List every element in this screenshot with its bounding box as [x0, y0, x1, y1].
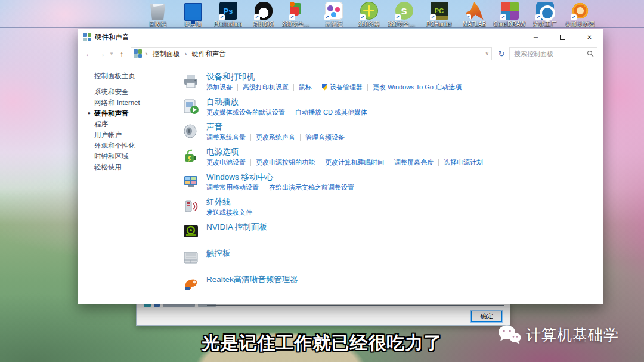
- ok-button[interactable]: 确定: [471, 311, 502, 322]
- desktop-icon-label: 腾讯QQ: [253, 21, 274, 27]
- refresh-icon[interactable]: ↻: [496, 49, 507, 58]
- task-link[interactable]: 调整屏幕亮度: [394, 158, 434, 166]
- sidebar-item[interactable]: 轻松使用: [94, 162, 181, 172]
- section-title-link[interactable]: NVIDIA 控制面板: [206, 222, 267, 232]
- link-divider: [290, 109, 290, 116]
- section-title-link[interactable]: 红外线: [206, 197, 252, 207]
- task-link[interactable]: 发送或接收文件: [206, 208, 252, 216]
- task-links: 更改电池设置更改电源按钮的功能更改计算机睡眠时间调整屏幕亮度选择电源计划: [206, 158, 483, 166]
- task-link[interactable]: 更改媒体或设备的默认设置: [206, 108, 285, 116]
- task-link[interactable]: 调整常用移动设置: [206, 183, 259, 191]
- address-bar[interactable]: ›控制面板›硬件和声音 ∨: [131, 47, 492, 60]
- 360-safe-icon: ↗: [290, 2, 308, 20]
- format-factory-icon: ↗: [536, 2, 554, 20]
- breadcrumb-item[interactable]: 控制面板: [151, 49, 181, 59]
- breadcrumb: ›控制面板›硬件和声音: [134, 49, 227, 59]
- link-divider: [317, 84, 317, 91]
- section-title-link[interactable]: 自动播放: [206, 97, 367, 107]
- close-button[interactable]: ✕: [576, 29, 603, 45]
- desktop-icon-label: 云笔记: [325, 21, 343, 27]
- task-link[interactable]: 管理音频设备: [305, 133, 345, 141]
- minimize-button[interactable]: ─: [522, 29, 549, 45]
- desktop-icon[interactable]: ↗云笔记: [318, 2, 349, 27]
- title-bar[interactable]: 硬件和声音 ─ ✕: [78, 29, 603, 45]
- desktop-icon-label: 360安全卫士: [282, 21, 315, 27]
- desktop-icon[interactable]: ↗腾讯QQ: [247, 2, 279, 27]
- search-input[interactable]: [513, 49, 587, 58]
- section-text: Realtek高清晰音频管理器: [206, 274, 298, 293]
- desktop-icon[interactable]: S↗360安全浏览器: [388, 2, 420, 27]
- desktop-icon[interactable]: 此电脑: [177, 2, 209, 27]
- section-text: 自动播放更改媒体或设备的默认设置自动播放 CD 或其他媒体: [206, 97, 367, 116]
- desktop-icon[interactable]: 回收站: [142, 2, 174, 27]
- task-link[interactable]: 调整系统音量: [206, 133, 246, 141]
- task-link[interactable]: 更改电池设置: [206, 158, 246, 166]
- section-title-link[interactable]: Windows 移动中心: [206, 172, 354, 182]
- desktop-icon[interactable]: PC↗PCHunter: [423, 2, 455, 27]
- desktop-icon[interactable]: ↗360杀毒: [353, 2, 385, 27]
- section-title-link[interactable]: Realtek高清晰音频管理器: [206, 274, 298, 284]
- task-link[interactable]: 添加设备: [206, 83, 233, 91]
- task-links: 发送或接收文件: [206, 208, 252, 216]
- sidebar-item[interactable]: 程序: [94, 119, 181, 129]
- section-text: 红外线发送或接收文件: [206, 197, 252, 216]
- desktop-icon[interactable]: Ps↗Photoshop: [212, 2, 244, 27]
- breadcrumb-item[interactable]: 硬件和声音: [190, 49, 227, 59]
- wechat-icon: [497, 324, 521, 345]
- forward-button[interactable]: →: [96, 49, 107, 58]
- task-link[interactable]: 更改计算机睡眠时间: [325, 158, 384, 166]
- watermark-text: 计算机基础学: [526, 325, 619, 345]
- task-link[interactable]: 更改系统声音: [256, 133, 295, 141]
- task-link[interactable]: 选择电源计划: [444, 158, 483, 166]
- shortcut-arrow-icon: ↗: [535, 14, 541, 20]
- task-link[interactable]: 高级打印机设置: [243, 83, 289, 91]
- search-icon: [587, 50, 594, 57]
- address-dropdown-icon[interactable]: ∨: [485, 51, 489, 57]
- task-links: 更改媒体或设备的默认设置自动播放 CD 或其他媒体: [206, 108, 367, 116]
- sidebar-item[interactable]: 外观和个性化: [94, 140, 181, 151]
- search-box[interactable]: [509, 47, 597, 60]
- shortcut-arrow-icon: ↗: [465, 14, 471, 20]
- section-text: NVIDIA 控制面板: [206, 222, 267, 240]
- sidebar-item[interactable]: 用户帐户: [94, 129, 181, 140]
- task-link[interactable]: 更改 Windows To Go 启动选项: [373, 83, 462, 91]
- sidebar-item[interactable]: 系统和安全: [94, 86, 181, 97]
- sidebar-item[interactable]: ●硬件和声音: [94, 108, 181, 119]
- desktop-icon[interactable]: ↗火狐浏览器: [564, 2, 596, 27]
- link-divider: [264, 184, 264, 191]
- up-button[interactable]: ↑: [116, 49, 127, 58]
- coreldraw-icon: ↗: [501, 2, 519, 20]
- maximize-button[interactable]: [549, 29, 576, 45]
- desktop-icon[interactable]: ↗CorelDRAW: [494, 2, 525, 27]
- task-links: 添加设备高级打印机设置鼠标设备管理器更改 Windows To Go 启动选项: [206, 83, 462, 91]
- link-divider: [250, 159, 251, 166]
- desktop-icon[interactable]: ↗MATLAB: [459, 2, 490, 27]
- sidebar-item[interactable]: 控制面板主页: [94, 70, 181, 81]
- task-link[interactable]: 鼠标: [299, 83, 312, 91]
- nvidia-icon: [182, 222, 200, 240]
- section-title-link[interactable]: 设备和打印机: [206, 72, 462, 82]
- task-links: 调整系统音量更改系统声音管理音频设备: [206, 133, 345, 141]
- desktop-icon[interactable]: ↗格式工厂: [529, 2, 561, 27]
- matlab-icon: ↗: [466, 2, 484, 20]
- history-dropdown-icon[interactable]: ▾: [109, 51, 114, 57]
- desktop-icon[interactable]: ↗360安全卫士: [283, 2, 314, 27]
- task-link[interactable]: 设备管理器: [322, 83, 363, 91]
- task-link[interactable]: 在给出演示文稿之前调整设置: [269, 183, 354, 191]
- sidebar-item[interactable]: 时钟和区域: [94, 151, 181, 162]
- shortcut-arrow-icon: ↗: [324, 14, 330, 20]
- desktop-icon-label: 360安全浏览器: [388, 21, 421, 27]
- shortcut-arrow-icon: ↗: [254, 14, 260, 20]
- section-title-link[interactable]: 触控板: [206, 248, 231, 258]
- control-panel-icon: [83, 33, 91, 41]
- section-title-link[interactable]: 声音: [206, 122, 345, 132]
- content-section: 红外线发送或接收文件: [182, 197, 598, 216]
- sidebar-item[interactable]: 网络和 Internet: [94, 97, 181, 108]
- task-link[interactable]: 更改电源按钮的功能: [256, 158, 315, 166]
- desktop-icon-label: MATLAB: [463, 21, 486, 27]
- link-divider: [367, 84, 368, 91]
- shortcut-arrow-icon: ↗: [430, 14, 436, 20]
- task-link[interactable]: 自动播放 CD 或其他媒体: [295, 108, 367, 116]
- section-title-link[interactable]: 电源选项: [206, 147, 483, 157]
- back-button[interactable]: ←: [83, 49, 94, 58]
